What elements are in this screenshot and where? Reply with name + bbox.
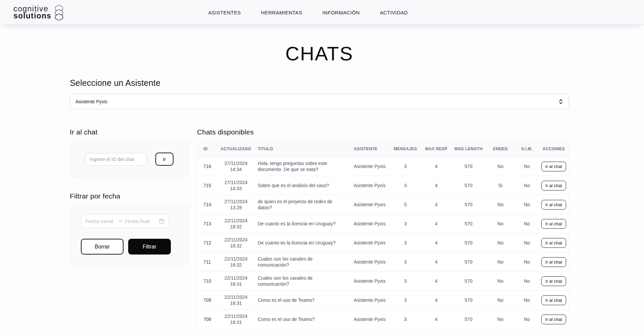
cell-updated-date: 27/11/2024 (218, 199, 254, 205)
cell-ended: No (486, 237, 515, 248)
left-panel: Ir al chat Ir Filtrar por fecha ⇀ (70, 128, 189, 329)
go-to-chat-button[interactable]: Ir al chat (541, 200, 566, 210)
brand-logo[interactable]: cognitive solutions (13, 4, 64, 20)
column-header-acciones: ACCIONES (539, 144, 568, 154)
cell-chat-id: 714 (197, 199, 216, 210)
table-row: 716 27/11/2024 14:34 Hola, tengo pregunt… (197, 157, 568, 176)
clear-filter-button[interactable]: Borrar (81, 239, 123, 255)
cell-updated-time: 18:32 (218, 224, 254, 230)
cell-messages: 3 (389, 180, 422, 191)
chats-panel: Chats disponibles ID ACTUALIZADO TITULO … (197, 128, 569, 329)
cell-updated-time: 18:31 (218, 319, 254, 325)
cell-max-resp: 4 (422, 256, 451, 268)
table-body: 716 27/11/2024 14:34 Hola, tengo pregunt… (197, 157, 568, 329)
cell-updated-date: 22/11/2024 (218, 218, 254, 224)
nav-item-herramientas[interactable]: HERRAMIENTAS (261, 10, 302, 15)
cell-updated-time: 18:31 (218, 300, 254, 306)
table-row: 715 27/11/2024 14:33 Sobre que es el ana… (197, 176, 568, 195)
go-to-chat-button[interactable]: Ir al chat (541, 162, 566, 171)
nav-item-informacion[interactable]: INFORMACIÓN (323, 10, 360, 15)
cell-messages: 3 (389, 275, 422, 287)
end-date-input[interactable] (125, 218, 155, 224)
page-content: CHATS Seleccione un Asistente Asistente … (70, 25, 569, 329)
cell-title: Como es el uso de Teams? (256, 314, 352, 325)
cell-title: Cuales son los canales de comunicación? (256, 253, 352, 271)
column-header-id: ID (197, 144, 216, 154)
cell-updated: 22/11/2024 18:32 (216, 253, 256, 271)
cell-actions: Ir al chat (539, 178, 568, 193)
cell-messages: 3 (389, 314, 422, 325)
start-date-input[interactable] (85, 218, 116, 224)
table-header-row: ID ACTUALIZADO TITULO ASISTENTE MENSAJES… (197, 141, 568, 157)
cell-title: de quien es el proyecto de redes de dato… (256, 196, 352, 213)
nav-item-asistentes[interactable]: ASISTENTES (208, 10, 241, 15)
cell-assistant: Asistente Pyxis (352, 161, 389, 172)
chats-table-title: Chats disponibles (197, 128, 569, 136)
nav-item-actividad[interactable]: ACTIVIDAD (380, 10, 408, 15)
cell-chat-id: 712 (197, 237, 216, 248)
go-to-chat-button[interactable]: Ir al chat (541, 276, 566, 286)
date-range-picker[interactable]: ⇀ (81, 214, 169, 228)
cell-max-resp: 4 (422, 294, 451, 306)
table-row: 710 22/11/2024 18:31 Cuales son los cana… (197, 271, 568, 290)
assistant-select[interactable]: Asistente Pyxis (70, 94, 569, 109)
cell-msg-length: 570 (451, 256, 486, 268)
cell-max-resp: 4 (422, 161, 451, 172)
cell-msg-length: 570 (451, 314, 486, 325)
cell-title: Hola, tengo preguntas sobre este documen… (256, 158, 352, 175)
go-to-chat-button[interactable]: Ir al chat (541, 257, 566, 267)
cell-msg-length: 570 (451, 275, 486, 287)
cell-updated-date: 22/11/2024 (218, 275, 254, 281)
go-to-chat-button[interactable]: Ir al chat (541, 181, 566, 190)
cell-updated-time: 18:32 (218, 243, 254, 249)
cell-title: De cuanto es la licencia en Uruguay? (256, 218, 352, 229)
cell-sim: No (515, 256, 539, 268)
cell-max-resp: 4 (422, 275, 451, 287)
go-to-chat-button[interactable]: Ir al chat (541, 295, 566, 305)
cell-max-resp: 4 (422, 199, 451, 210)
chat-id-input[interactable] (85, 153, 147, 166)
column-header-ended: ENDED (486, 144, 515, 154)
cell-updated-date: 27/11/2024 (218, 160, 254, 166)
goto-chat-card: Ir (70, 141, 189, 177)
column-header-sim: S.I.M. (515, 144, 539, 154)
assistant-select-label: Seleccione un Asistente (70, 78, 569, 88)
range-arrow-icon: ⇀ (118, 218, 122, 224)
column-header-actualizado: ACTUALIZADO (216, 144, 256, 154)
cell-chat-id: 715 (197, 180, 216, 191)
apply-filter-button[interactable]: Filtrar (128, 239, 171, 255)
cell-messages: 3 (389, 256, 422, 268)
cell-chat-id: 711 (197, 256, 216, 268)
go-to-chat-button[interactable]: Ir al chat (541, 315, 566, 324)
cell-updated: 27/11/2024 13:28 (216, 196, 256, 213)
cell-sim: No (515, 314, 539, 325)
cell-actions: Ir al chat (539, 159, 568, 174)
column-header-titulo: TITULO (256, 144, 352, 154)
cell-msg-length: 570 (451, 237, 486, 248)
cell-updated-date: 22/11/2024 (218, 294, 254, 300)
cell-chat-id: 708 (197, 314, 216, 325)
cell-updated-time: 13:28 (218, 205, 254, 211)
go-to-chat-button[interactable]: Ir al chat (541, 238, 566, 248)
cell-msg-length: 570 (451, 218, 486, 229)
cell-assistant: Asistente Pyxis (352, 199, 389, 210)
table-row: 708 22/11/2024 18:31 Como es el uso de T… (197, 310, 568, 329)
cell-updated: 22/11/2024 18:32 (216, 234, 256, 252)
cell-msg-length: 570 (451, 199, 486, 210)
cell-updated-time: 18:31 (218, 281, 254, 287)
cell-messages: 5 (389, 199, 422, 210)
cell-updated-time: 18:32 (218, 262, 254, 268)
cell-ended: No (486, 256, 515, 268)
calendar-icon[interactable] (159, 218, 164, 224)
cell-max-resp: 4 (422, 237, 451, 248)
cell-sim: No (515, 199, 539, 210)
cell-title: Como es el uso de Teams? (256, 294, 352, 306)
column-header-mensajes: MENSAJES (389, 144, 422, 154)
cell-updated-time: 14:33 (218, 185, 254, 191)
cell-updated-date: 22/11/2024 (218, 313, 254, 319)
cell-ended: No (486, 314, 515, 325)
go-to-chat-button[interactable]: Ir al chat (541, 219, 566, 229)
go-button[interactable]: Ir (155, 153, 174, 166)
cell-assistant: Asistente Pyxis (352, 218, 389, 229)
cell-actions: Ir al chat (539, 235, 568, 250)
